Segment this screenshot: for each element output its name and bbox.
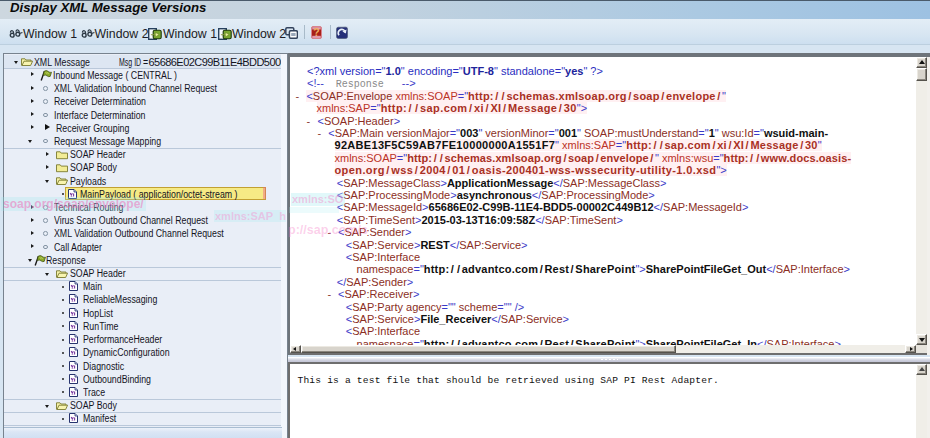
- svg-text:?: ?: [313, 26, 319, 38]
